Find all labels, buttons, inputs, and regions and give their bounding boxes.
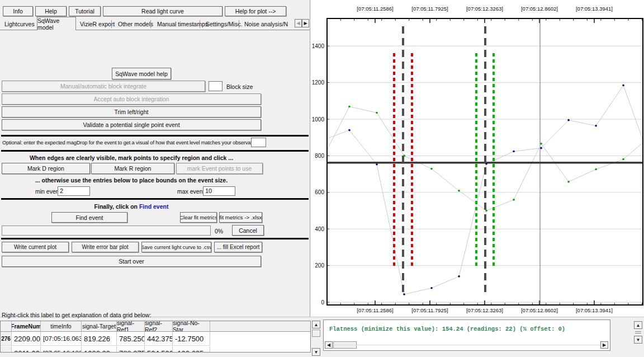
accept-auto-block-button[interactable]: Accept auto block integration	[2, 93, 261, 105]
data-point-signal-Ref[interactable]	[513, 199, 515, 201]
grid-cell: 788.375	[117, 346, 145, 353]
mark-r-region-button[interactable]: Mark R region	[91, 163, 174, 174]
sqwave-model-help-button[interactable]: SqWave model help	[112, 68, 171, 79]
light-curve-plot[interactable]: 0200400600800100012001400[07:05:11.2586]…	[311, 0, 644, 317]
help-for-plot-button[interactable]: Help for plot -->	[225, 6, 286, 16]
grid-col-signal-ref1[interactable]: signal-Ref1	[117, 321, 145, 332]
fill-excel-report-button[interactable]: ... fill Excel report	[214, 242, 262, 252]
data-point-signal-Target[interactable]	[430, 287, 433, 289]
start-over-button[interactable]: Start over	[2, 256, 261, 267]
data-point-signal-Ref[interactable]	[348, 106, 351, 108]
y-tick-label: 0	[321, 299, 324, 306]
grid-scroll-up-icon[interactable]: ▲	[312, 321, 320, 328]
fit-metrics-log[interactable]: Flatness (minimize this value): 154.24 (…	[323, 320, 610, 351]
grid-explanation-label[interactable]: Right-click this label to get explanatio…	[2, 312, 151, 318]
data-point-signal-Ref[interactable]	[430, 168, 433, 170]
data-point-signal-Target[interactable]	[376, 163, 378, 166]
magdrop-instruction: Optional: enter the expected magDrop for…	[2, 140, 260, 145]
log-scroll-left-icon[interactable]: ◀	[325, 341, 333, 349]
find-event-highlight: Find event	[139, 203, 169, 210]
tab-separator	[111, 20, 112, 28]
grid-corner	[1, 321, 12, 332]
x-tick-label: [07:05:12.8602]	[521, 6, 558, 12]
data-point-signal-Target[interactable]	[403, 293, 405, 295]
grid-cell: 2211.00	[12, 346, 41, 353]
grid-cell: -12.7500	[173, 332, 210, 346]
data-point-signal-Target[interactable]	[540, 147, 542, 149]
y-tick-label: 400	[315, 226, 324, 232]
grid-col-signal-ref2[interactable]: signal-Ref2	[145, 321, 173, 332]
x-tick-label: [07:05:11.7925]	[411, 307, 448, 313]
data-point-signal-Ref[interactable]	[622, 158, 624, 161]
grid-col-signal-no-star[interactable]: signal-No-Star	[173, 321, 210, 332]
block-integrate-button[interactable]: Manual/automatic block integrate	[2, 81, 205, 92]
data-point-signal-Ref[interactable]	[376, 112, 378, 114]
tab-separator	[200, 20, 200, 28]
write-current-plot-button[interactable]: Write current plot	[2, 242, 69, 252]
tutorial-button[interactable]: Tutorial	[69, 6, 101, 16]
info-button[interactable]: Info	[3, 6, 33, 16]
data-point-signal-Ref[interactable]	[540, 143, 542, 145]
min-event-input[interactable]: 2	[58, 186, 90, 196]
tab-settings-misc[interactable]: Settings/Misc.	[206, 21, 242, 27]
grid-scroll-thumb[interactable]	[312, 330, 320, 337]
data-point-signal-Ref[interactable]	[485, 210, 487, 212]
mark-edges-instruction: When edges are clearly visible, mark poi…	[0, 154, 263, 161]
data-point-signal-Ref[interactable]	[403, 155, 405, 157]
log-scroll-down-icon[interactable]: ▼	[634, 336, 642, 344]
max-event-input[interactable]: 10	[203, 186, 235, 196]
x-tick-label: [07:05:12.8602]	[521, 307, 558, 313]
data-point-signal-Target[interactable]	[485, 163, 487, 165]
find-event-button[interactable]: Find event	[51, 212, 127, 223]
clear-fit-metrics-button[interactable]: Clear fit metrics	[180, 212, 217, 223]
write-error-bar-plot-button[interactable]: Write error bar plot	[72, 242, 139, 252]
divider	[1, 238, 309, 239]
data-point-signal-Target[interactable]	[458, 275, 460, 278]
block-size-input[interactable]	[209, 81, 222, 91]
data-point-signal-Ref[interactable]	[458, 190, 460, 192]
data-point-signal-Ref[interactable]	[595, 168, 597, 171]
help-button[interactable]: Help	[35, 6, 67, 16]
log-scroll-right-icon[interactable]: ▶	[600, 341, 608, 349]
x-tick-label: [07:05:12.3263]	[466, 6, 503, 12]
tab-scroll-left-icon[interactable]: ◀	[295, 19, 302, 27]
data-grid[interactable]: FrameNum timeInfo signal-Target signal-R…	[0, 321, 311, 353]
data-point-signal-Target[interactable]	[348, 129, 351, 131]
read-light-curve-button[interactable]: Read light curve	[103, 6, 222, 16]
tab-sqwave-model[interactable]: SqWave model	[37, 17, 76, 30]
tab-scroll-right-icon[interactable]: ▶	[302, 19, 309, 27]
grid-cell: -102.625	[173, 346, 210, 353]
tab-vizier-export[interactable]: VizieR export	[80, 21, 115, 27]
tab-other-models[interactable]: Other models	[118, 21, 153, 27]
grid-scroll-down-icon[interactable]: ▼	[312, 348, 320, 356]
mark-event-points-button[interactable]: mark Event points to use	[176, 163, 263, 174]
data-point-signal-Target[interactable]	[622, 84, 624, 87]
data-point-signal-Target[interactable]	[567, 119, 570, 121]
save-light-curve-csv-button[interactable]: Save current light curve to .csv	[141, 242, 211, 252]
tab-noise-analysis[interactable]: Noise analysis/N	[244, 21, 293, 27]
grid-col-timeinfo[interactable]: timeInfo	[41, 321, 82, 332]
tab-manual-timestamps[interactable]: Manual timestamps	[157, 21, 208, 27]
log-hscroll-track	[333, 345, 601, 345]
trim-left-right-button[interactable]: Trim left/right	[2, 106, 261, 118]
data-point-signal-Target[interactable]	[513, 151, 515, 153]
tab-lightcurves[interactable]: Lightcurves	[4, 21, 35, 27]
fit-metrics-xlsx-button[interactable]: fit metrics -> .xlsx	[219, 212, 262, 223]
grid-cell: 819.226	[82, 332, 117, 346]
grid-col-signal-target[interactable]: signal-Target	[82, 321, 117, 332]
data-point-signal-Ref[interactable]	[567, 181, 570, 183]
data-point-signal-Target[interactable]	[595, 125, 597, 127]
divider	[1, 198, 309, 200]
validate-single-point-button[interactable]: Validate a potential single point event	[2, 119, 261, 130]
panel-divider	[310, 0, 310, 317]
log-scroll-up-icon[interactable]: ▲	[634, 321, 642, 329]
magdrop-input[interactable]	[251, 138, 266, 147]
otherwise-instruction: ... otherwise use the entries below to p…	[0, 177, 263, 184]
grid-cell: 785.250	[117, 332, 145, 346]
cancel-button[interactable]: Cancel	[232, 225, 264, 236]
log-vscroll-thumb[interactable]	[635, 331, 641, 333]
grid-rownum: 276	[1, 332, 12, 346]
mark-d-region-button[interactable]: Mark D region	[2, 163, 90, 174]
grid-col-framenum[interactable]: FrameNum	[12, 321, 41, 332]
y-tick-label: 800	[315, 153, 324, 159]
